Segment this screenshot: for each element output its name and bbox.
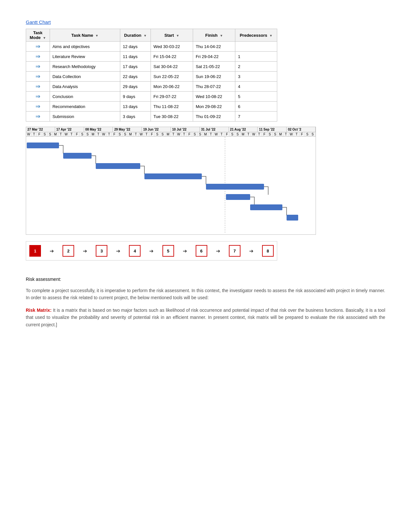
gantt-day-cell: S (305, 132, 310, 136)
gantt-week-cell: 29 May '22 (113, 127, 142, 132)
gantt-day-cell: M (240, 132, 246, 136)
network-node: 2 (63, 245, 74, 257)
gantt-day-cell: S (198, 132, 203, 136)
gantt-day-cell: T (58, 132, 64, 136)
gantt-day-cell: W (289, 132, 294, 136)
gantt-day-cell: S (155, 132, 160, 136)
gantt-day-cell: S (122, 132, 128, 136)
table-row: ⇒ Aims and objectives 12 days Wed 30-03-… (26, 42, 277, 52)
gantt-day-cell: W (26, 132, 32, 136)
svg-rect-1 (27, 143, 59, 148)
gantt-day-cell: S (160, 132, 166, 136)
network-node: 6 (196, 245, 207, 257)
svg-rect-3 (96, 163, 140, 169)
task-name-cell: Aims and objectives (50, 42, 120, 52)
predecessors-cell: 4 (235, 82, 277, 92)
task-name-cell: Data Collection (50, 72, 120, 82)
task-name-cell: Conclusion (50, 92, 120, 102)
task-mode-cell: ⇒ (26, 52, 50, 62)
gantt-day-cell: S (273, 132, 278, 136)
duration-cell: 17 days (120, 62, 151, 72)
th-task-mode[interactable]: TaskMode ▼ (26, 29, 50, 42)
network-node: 5 (162, 245, 174, 257)
gantt-day-cell: F (149, 132, 155, 136)
network-node: 4 (129, 245, 141, 257)
risk-matrix-label: Risk Matrix: (26, 308, 52, 313)
gantt-day-cell: F (37, 132, 42, 136)
table-row: ⇒ Conclusion 9 days Fri 29-07-22 Wed 10-… (26, 92, 277, 102)
predecessors-cell: 2 (235, 62, 277, 72)
gantt-day-cell: S (80, 132, 85, 136)
gantt-day-cell: F (112, 132, 117, 136)
task-mode-cell: ⇒ (26, 82, 50, 92)
intro-paragraph: To complete a project successfully, it i… (26, 287, 385, 301)
gantt-chart-title[interactable]: Gantt Chart (26, 19, 385, 25)
task-name-cell: Recommendation (50, 102, 120, 112)
gantt-day-cell: T (246, 132, 251, 136)
table-row: ⇒ Data Analysis 29 days Mon 20-06-22 Thu… (26, 82, 277, 92)
gantt-svg (26, 137, 316, 233)
th-finish[interactable]: Finish ▼ (193, 29, 235, 42)
gantt-day-cell: F (74, 132, 80, 136)
start-cell: Fri 15-04-22 (151, 52, 193, 62)
th-predecessors[interactable]: Predecessors ▼ (235, 29, 277, 42)
gantt-day-cell: S (230, 132, 235, 136)
finish-cell: Fri 29-04-22 (193, 52, 235, 62)
svg-rect-7 (250, 204, 282, 210)
task-name-cell: Research Methodology (50, 62, 120, 72)
network-node: 1 (29, 245, 41, 257)
duration-cell: 22 days (120, 72, 151, 82)
table-row: ⇒ Data Collection 22 days Sun 22-05-22 S… (26, 72, 277, 82)
gantt-day-header: WTFSSMTWTFSSMTWTFSSMTWTFSSMTWTFSSMTWTFSS… (26, 132, 316, 137)
task-mode-cell: ⇒ (26, 92, 50, 102)
gantt-week-cell: 02 Oct '2 (287, 127, 316, 132)
gantt-week-cell: 11 Sep '22 (258, 127, 287, 132)
task-mode-cell: ⇒ (26, 112, 50, 122)
gantt-day-cell: W (214, 132, 219, 136)
gantt-day-cell: T (69, 132, 74, 136)
network-arrow: ➔ (240, 248, 262, 254)
task-mode-cell: ⇒ (26, 62, 50, 72)
task-name-cell: Data Analysis (50, 82, 120, 92)
gantt-day-cell: T (96, 132, 101, 136)
gantt-day-cell: F (187, 132, 192, 136)
th-task-name[interactable]: Task Name ▼ (50, 29, 120, 42)
start-cell: Tue 30-08-22 (151, 112, 193, 122)
gantt-week-cell: 27 Mar '22 (26, 127, 55, 132)
svg-rect-6 (226, 194, 250, 200)
duration-cell: 13 days (120, 102, 151, 112)
gantt-day-cell: S (192, 132, 198, 136)
gantt-bars-area (26, 137, 316, 234)
gantt-day-cell: M (91, 132, 96, 136)
start-cell: Sun 22-05-22 (151, 72, 193, 82)
network-arrow: ➔ (41, 248, 63, 254)
gantt-day-cell: W (251, 132, 257, 136)
gantt-day-cell: W (176, 132, 182, 136)
th-start[interactable]: Start ▼ (151, 29, 193, 42)
gantt-day-cell: S (48, 132, 53, 136)
gantt-day-cell: T (257, 132, 262, 136)
task-mode-icon: ⇒ (35, 63, 40, 70)
task-mode-cell: ⇒ (26, 102, 50, 112)
gantt-day-cell: T (144, 132, 150, 136)
network-arrow: ➔ (174, 248, 196, 254)
gantt-day-cell: F (262, 132, 268, 136)
gantt-day-cell: T (208, 132, 214, 136)
finish-cell: Thu 14-04-22 (193, 42, 235, 52)
finish-cell: Sun 19-06-22 (193, 72, 235, 82)
risk-section: Risk assessment: To complete a project s… (26, 277, 385, 328)
finish-cell: Mon 29-08-22 (193, 102, 235, 112)
predecessors-cell: 3 (235, 72, 277, 82)
gantt-week-cell: 10 Jul '22 (171, 127, 200, 132)
risk-matrix-paragraph: Risk Matrix: It is a matrix that is base… (26, 307, 385, 328)
risk-heading: Risk assessment: (26, 277, 385, 282)
network-diagram: 1➔2➔3➔4➔5➔6➔7➔8 (26, 241, 277, 261)
start-cell: Fri 29-07-22 (151, 92, 193, 102)
table-row: ⇒ Submission 3 days Tue 30-08-22 Thu 01-… (26, 112, 277, 122)
predecessors-cell: 1 (235, 52, 277, 62)
start-cell: Thu 11-08-22 (151, 102, 193, 112)
th-duration[interactable]: Duration ▼ (120, 29, 151, 42)
gantt-day-cell: T (106, 132, 112, 136)
gantt-day-cell: W (101, 132, 107, 136)
gantt-day-cell: T (32, 132, 37, 136)
